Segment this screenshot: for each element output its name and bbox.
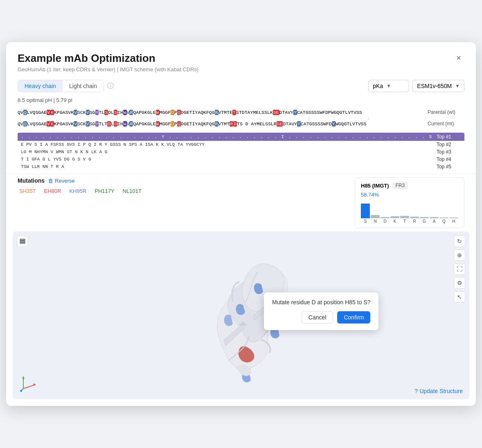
top2-content: E PV S I A FSFSS GVS I P Q I R Y GSSS N … xyxy=(21,142,433,147)
mutation-badges: SH35T EH80R KH95R PH117Y NL101T xyxy=(18,187,348,195)
pka-bar-chart xyxy=(361,200,458,218)
axis-indicator xyxy=(19,372,40,393)
viewer-fullscreen-button[interactable]: ⛶ xyxy=(454,263,465,275)
ph-info: 8.5 optimal pH | 5.79 pI xyxy=(6,96,476,106)
modal-header: Example mAb Optimization GeoHumAb (1 ite… xyxy=(6,42,476,76)
pka-chart-panel: H85 (IMGT) FR3 58.74% xyxy=(355,177,464,228)
tab-heavy-chain[interactable]: Heavy chain xyxy=(18,80,63,92)
top5-label: Top #5 xyxy=(437,164,461,170)
svg-rect-1 xyxy=(20,241,25,242)
bar-label-D: D xyxy=(381,219,390,224)
viewer-layers-button[interactable] xyxy=(17,235,28,247)
model-dropdown[interactable]: ESM1v-650M ▼ xyxy=(412,80,464,92)
svg-rect-2 xyxy=(20,242,25,244)
model-dropdown-arrow: ▼ xyxy=(455,83,460,89)
current-label: Current (mt) xyxy=(428,121,464,127)
parental-label: Parental (wt) xyxy=(428,109,464,115)
pka-region-tag: FR3 xyxy=(392,182,408,189)
mutation-EH80R[interactable]: EH80R xyxy=(42,187,63,195)
pka-dropdown-arrow: ▼ xyxy=(386,83,391,89)
mutation-NL101T[interactable]: NL101T xyxy=(121,187,143,195)
mutations-left: Mutations 🗑 Reverse SH35T EH80R KH95R PH… xyxy=(18,177,348,195)
svg-marker-8 xyxy=(22,376,25,379)
bar-T[interactable] xyxy=(400,216,409,218)
mutations-header: Mutations 🗑 Reverse xyxy=(18,177,348,184)
info-icon[interactable]: ⓘ xyxy=(107,82,114,91)
model-dropdown-label: ESM1v-650M xyxy=(417,83,452,89)
top5-row: TSW LLR NN T R A Top #5 xyxy=(18,163,464,170)
bar-Q[interactable] xyxy=(439,217,448,218)
bar-D[interactable] xyxy=(381,217,390,218)
viewer-refresh-button[interactable]: ↻ xyxy=(454,235,465,247)
confirm-dialog-text: Mutate residue D at position H85 to S? xyxy=(272,299,370,305)
mutation-SH35T[interactable]: SH35T xyxy=(18,187,37,195)
top4-row: T I GFA G L YVS DG G S V G Top #4 xyxy=(18,156,464,163)
chain-tab-group: Heavy chain Light chain xyxy=(18,80,104,92)
bar-G[interactable] xyxy=(420,217,429,218)
toolbar: Heavy chain Light chain ⓘ pKa ▼ ESM1v-65… xyxy=(6,76,476,96)
mutation-KH95R[interactable]: KH95R xyxy=(68,187,88,195)
pka-percent: 58.74% xyxy=(361,192,458,198)
svg-rect-0 xyxy=(20,239,25,240)
update-structure-button[interactable]: ? Update Structure xyxy=(414,388,463,394)
top1-row: . . . . . . . . . . . . . . . . . . . . … xyxy=(18,133,464,141)
confirm-button[interactable]: Confirm xyxy=(337,311,370,324)
top3-row: LG M NHYMN V WMN ST N K N LK A G Top #3 xyxy=(18,148,464,156)
top1-label: Top #1 xyxy=(437,134,461,140)
bar-label-A: A xyxy=(430,219,439,224)
sequence-section: QVQLVQSGAEVKKPGASVKVSCKVSGYTLSDLSIHWVRQA… xyxy=(6,106,476,129)
mutations-and-chart-section: Mutations 🗑 Reverse SH35T EH80R KH95R PH… xyxy=(6,177,476,231)
top1-content: . . . . . . . . . . . . . . . . . . . . … xyxy=(21,134,433,139)
bar-A[interactable] xyxy=(430,217,439,218)
modal-title: Example mAb Optimization xyxy=(18,52,198,65)
top3-content: LG M NHYMN V WMN ST N K N LK A G xyxy=(21,149,433,154)
bar-S[interactable] xyxy=(361,204,370,218)
mutations-label: Mutations xyxy=(18,177,45,184)
top2-row: E PV S I A FSFSS GVS I P Q I R Y GSSS N … xyxy=(18,141,464,148)
tab-light-chain[interactable]: Light chain xyxy=(63,80,104,92)
bar-label-G: G xyxy=(420,219,429,224)
help-icon: ? xyxy=(414,388,418,394)
bar-label-R: R xyxy=(410,219,419,224)
top-sequences-section: . . . . . . . . . . . . . . . . . . . . … xyxy=(6,133,476,170)
header-text: Example mAb Optimization GeoHumAb (1 ite… xyxy=(18,52,198,72)
bar-label-K: K xyxy=(390,219,399,224)
bar-label-N: N xyxy=(371,219,380,224)
close-button[interactable]: × xyxy=(453,52,464,63)
bar-label-H: H xyxy=(449,219,458,224)
bar-label-S: S xyxy=(361,219,370,224)
pka-dropdown-label: pKa xyxy=(373,83,383,89)
top5-content: TSW LLR NN T R A xyxy=(21,164,433,169)
top2-label: Top #2 xyxy=(437,142,461,147)
bar-label-Q: Q xyxy=(439,219,448,224)
reverse-button[interactable]: 🗑 Reverse xyxy=(48,178,74,184)
pka-bar-labels: S N D K T R G A Q H xyxy=(361,219,458,224)
bar-label-T: T xyxy=(400,219,409,224)
viewer-target-button[interactable]: ⊕ xyxy=(454,249,465,261)
bar-H[interactable] xyxy=(449,217,458,218)
viewer-cursor-button[interactable]: ↖ xyxy=(454,291,465,303)
viewer-controls-right: ↻ ⊕ ⛶ ⚙ ↖ xyxy=(454,235,465,303)
bar-K[interactable] xyxy=(390,216,399,218)
trash-icon: 🗑 xyxy=(48,178,53,184)
mutation-PH117Y[interactable]: PH117Y xyxy=(93,187,116,195)
current-seq-text: QVQLVQSGAEVKKPGASVKVSCKVSGYTLTDLSIHWVRQA… xyxy=(18,121,367,127)
top4-content: T I GFA G L YVS DG G S V G xyxy=(21,157,433,162)
main-modal: Example mAb Optimization GeoHumAb (1 ite… xyxy=(6,42,476,406)
modal-subtitle: GeoHumAb (1 iter, keep CDRs & Vernier) |… xyxy=(18,66,198,72)
bar-R[interactable] xyxy=(410,217,419,218)
bar-N[interactable] xyxy=(371,215,380,218)
viewer-section: ↻ ⊕ ⛶ ⚙ ↖ xyxy=(13,231,469,399)
cancel-button[interactable]: Cancel xyxy=(302,311,333,324)
top4-label: Top #4 xyxy=(437,156,461,162)
confirm-dialog: Mutate residue D at position H85 to S? C… xyxy=(264,292,378,330)
pka-dropdown[interactable]: pKa ▼ xyxy=(368,80,409,92)
parental-sequence-row: QVQLVQSGAEVKKPGASVKVSCKVSGYTLSDLSIHWVRQA… xyxy=(18,109,464,115)
top3-label: Top #3 xyxy=(437,149,461,155)
confirm-dialog-buttons: Cancel Confirm xyxy=(272,311,370,324)
current-sequence-row: QVQLVQSGAEVKKPGASVKVSCKVSGYTLTDLSIHWVRQA… xyxy=(18,121,464,127)
pka-position-label: H85 (IMGT) xyxy=(361,183,389,189)
viewer-settings-button[interactable]: ⚙ xyxy=(454,277,465,289)
viewer-controls-left xyxy=(17,235,28,247)
parental-seq-text: QVQLVQSGAEVKKPGASVKVSCKVSGYTLSDLSIHWVRQA… xyxy=(18,110,362,115)
